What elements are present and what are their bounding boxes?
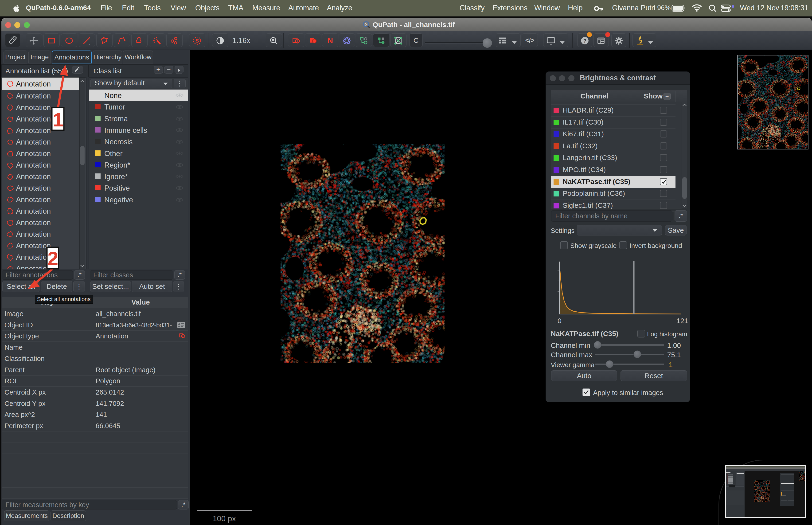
svg-text:2: 2 [47, 248, 58, 269]
svg-text:1: 1 [52, 109, 63, 131]
svg-text:S: S [195, 38, 199, 44]
svg-text:?: ? [583, 38, 586, 44]
